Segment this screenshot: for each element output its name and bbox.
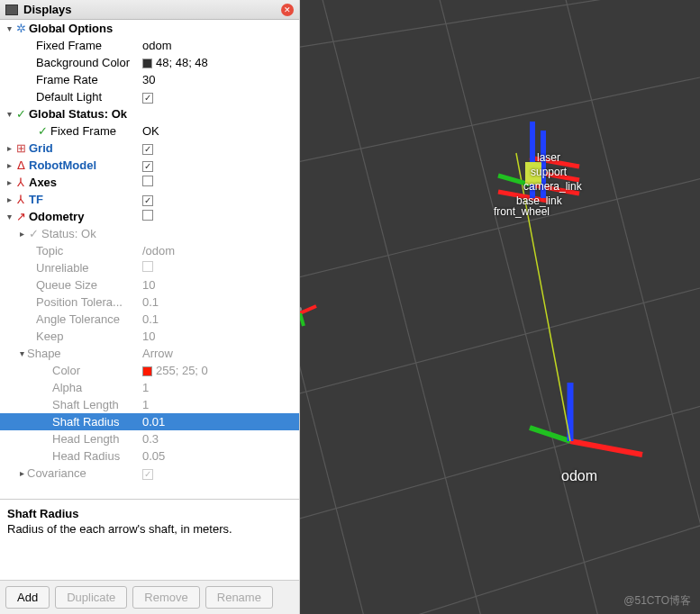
svg-line-11 bbox=[530, 428, 570, 441]
svg-line-14 bbox=[300, 306, 316, 313]
checkbox[interactable] bbox=[142, 261, 153, 272]
prop-alpha[interactable]: Alpha1 bbox=[0, 379, 299, 396]
expand-icon[interactable]: ▸ bbox=[4, 194, 14, 204]
cluster-label: camera_link bbox=[523, 180, 582, 193]
duplicate-button[interactable]: Duplicate bbox=[55, 586, 127, 609]
item-robotmodel[interactable]: ▸ ⵠ RobotModel ✓ bbox=[0, 157, 299, 174]
cluster-label: support bbox=[531, 166, 567, 178]
expand-icon[interactable]: ▸ bbox=[16, 229, 27, 239]
prop-shaft-length[interactable]: Shaft Length1 bbox=[0, 396, 299, 413]
remove-button[interactable]: Remove bbox=[132, 586, 199, 609]
prop-keep[interactable]: Keep10 bbox=[0, 328, 299, 345]
prop-covariance[interactable]: ▸Covariance✓ bbox=[0, 465, 299, 482]
checkbox[interactable]: ✓ bbox=[142, 93, 153, 104]
check-icon: ✓ bbox=[27, 227, 40, 240]
prop-color[interactable]: Color255; 25; 0 bbox=[0, 362, 299, 379]
help-title: Shaft Radius bbox=[7, 507, 292, 520]
expand-icon[interactable]: ▾ bbox=[16, 348, 27, 358]
grid-icon: ⊞ bbox=[14, 141, 27, 155]
prop-head-length[interactable]: Head Length0.3 bbox=[0, 430, 299, 447]
displays-panel: Displays ✕ ▾ ✲ Global Options Fixed Fram… bbox=[0, 0, 300, 614]
watermark: @51CTO博客 bbox=[623, 593, 691, 609]
3d-viewport[interactable]: odom laser support camera_link base_link… bbox=[300, 0, 700, 614]
prop-ang-tol[interactable]: Angle Tolerance0.1 bbox=[0, 311, 299, 328]
corner-axis bbox=[300, 306, 327, 333]
item-global-options[interactable]: ▾ ✲ Global Options bbox=[0, 20, 299, 37]
panel-title: Displays bbox=[23, 3, 281, 16]
expand-icon[interactable]: ▾ bbox=[4, 23, 14, 33]
robot-icon: ⵠ bbox=[14, 158, 27, 172]
monitor-icon bbox=[5, 5, 18, 15]
odom-label: odom bbox=[561, 468, 597, 484]
close-icon[interactable]: ✕ bbox=[281, 4, 294, 16]
gear-icon: ✲ bbox=[14, 22, 27, 35]
svg-line-0 bbox=[300, 0, 700, 54]
help-panel: Shaft Radius Radius of the each arrow's … bbox=[0, 499, 299, 580]
help-body: Radius of the each arrow's shaft, in met… bbox=[7, 522, 292, 536]
item-odometry[interactable]: ▾ ↗ Odometry bbox=[0, 208, 299, 225]
tf-icon: ⅄ bbox=[14, 193, 27, 206]
property-tree[interactable]: ▾ ✲ Global Options Fixed Frameodom Backg… bbox=[0, 20, 299, 499]
status-fixed-frame[interactable]: ✓Fixed FrameOK bbox=[0, 122, 299, 140]
prop-default-light[interactable]: Default Light✓ bbox=[0, 88, 299, 105]
expand-icon[interactable]: ▸ bbox=[4, 160, 14, 170]
prop-queue-size[interactable]: Queue Size10 bbox=[0, 276, 299, 293]
add-button[interactable]: Add bbox=[5, 586, 50, 609]
item-global-status[interactable]: ▾ ✓ Global Status: Ok bbox=[0, 105, 299, 122]
checkbox[interactable]: ✓ bbox=[142, 144, 153, 155]
prop-shape[interactable]: ▾ShapeArrow bbox=[0, 345, 299, 362]
svg-line-15 bbox=[300, 313, 304, 326]
cluster-label: laser bbox=[537, 151, 560, 164]
panel-titlebar[interactable]: Displays ✕ bbox=[0, 0, 299, 20]
axes-icon: ⅄ bbox=[14, 176, 27, 189]
prop-fixed-frame[interactable]: Fixed Frameodom bbox=[0, 37, 299, 54]
prop-topic[interactable]: Topic/odom bbox=[0, 242, 299, 259]
prop-frame-rate[interactable]: Frame Rate30 bbox=[0, 71, 299, 88]
prop-shaft-radius[interactable]: Shaft Radius0.01 bbox=[0, 413, 299, 430]
item-grid[interactable]: ▸ ⊞ Grid ✓ bbox=[0, 140, 299, 157]
checkbox[interactable] bbox=[142, 210, 153, 221]
rename-button[interactable]: Rename bbox=[205, 586, 273, 609]
prop-unreliable[interactable]: Unreliable bbox=[0, 259, 299, 276]
checkbox[interactable] bbox=[142, 176, 153, 186]
svg-line-7 bbox=[435, 0, 606, 614]
button-bar: Add Duplicate Remove Rename bbox=[0, 580, 299, 614]
check-icon: ✓ bbox=[36, 124, 49, 138]
grid-lines bbox=[300, 0, 700, 614]
color-swatch bbox=[142, 366, 152, 376]
svg-line-10 bbox=[570, 441, 642, 455]
checkbox[interactable]: ✓ bbox=[142, 195, 153, 206]
expand-icon[interactable]: ▸ bbox=[16, 468, 27, 478]
expand-icon[interactable]: ▾ bbox=[4, 212, 14, 221]
item-odom-status[interactable]: ▸✓Status: Ok bbox=[0, 225, 299, 242]
cluster-label: front_wheel bbox=[494, 205, 550, 218]
item-axes[interactable]: ▸ ⅄ Axes bbox=[0, 174, 299, 191]
prop-head-radius[interactable]: Head Radius0.05 bbox=[0, 447, 299, 465]
prop-pos-tol[interactable]: Position Tolera...0.1 bbox=[0, 293, 299, 311]
checkbox[interactable]: ✓ bbox=[142, 161, 153, 172]
checkbox[interactable]: ✓ bbox=[142, 469, 153, 480]
color-swatch bbox=[142, 59, 152, 68]
check-icon: ✓ bbox=[14, 107, 27, 121]
odometry-icon: ↗ bbox=[14, 210, 27, 223]
expand-icon[interactable]: ▾ bbox=[4, 109, 14, 119]
expand-icon[interactable]: ▸ bbox=[4, 143, 14, 153]
prop-bg-color[interactable]: Background Color48; 48; 48 bbox=[0, 54, 299, 71]
item-tf[interactable]: ▸ ⅄ TF ✓ bbox=[0, 191, 299, 208]
expand-icon[interactable]: ▸ bbox=[4, 177, 14, 187]
